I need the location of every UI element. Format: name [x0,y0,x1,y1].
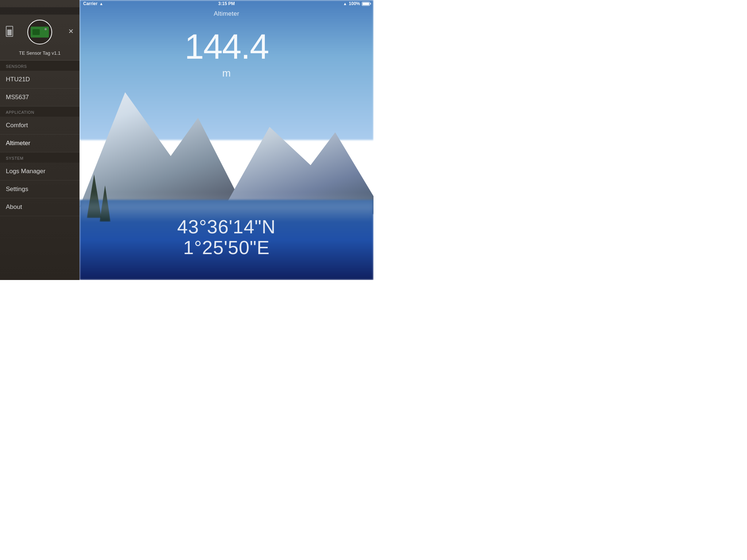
battery-fill [363,3,369,5]
sidebar-item-logs-manager[interactable]: Logs Manager [0,163,80,180]
section-system-header: SYSTEM [0,152,80,163]
main-content: Carrier ▲ 3:15 PM ▲ 100% Altimeter 144.4… [80,0,374,280]
sidebar-item-comfort[interactable]: Comfort [0,117,80,135]
status-bar-time: 3:15 PM [218,1,235,6]
status-bar-right: ▲ 100% [343,1,370,6]
battery-icon-sidebar [6,26,13,37]
close-button[interactable]: ✕ [68,27,74,35]
altitude-unit: m [80,67,374,79]
sidebar-item-settings[interactable]: Settings [0,180,80,198]
device-pcb [31,27,49,38]
altitude-value: 144.4 [80,29,374,64]
status-bar: Carrier ▲ 3:15 PM ▲ 100% [80,0,374,7]
page-title: Altimeter [80,10,374,18]
status-bar-left: Carrier ▲ [83,1,103,6]
latitude-display: 43°36'14"N [80,217,374,237]
coordinates: 43°36'14"N 1°25'50"E [80,217,374,258]
carrier-label: Carrier [83,1,97,6]
sidebar-item-ms5637[interactable]: MS5637 [0,89,80,106]
section-sensors-header: SENSORS [0,61,80,71]
app-container: ✕ TE Sensor Tag v1.1 SENSORS HTU21D MS56… [0,0,374,280]
device-name: TE Sensor Tag v1.1 [0,48,80,61]
sidebar-item-altimeter[interactable]: Altimeter [0,135,80,152]
battery-status-bar [362,2,370,6]
device-icon [27,20,52,44]
battery-percent-label: 100% [349,1,360,6]
sidebar-header: ✕ [0,15,80,48]
section-application-header: APPLICATION [0,106,80,117]
longitude-display: 1°25'50"E [80,237,374,258]
wifi-icon: ▲ [99,1,103,6]
sidebar: ✕ TE Sensor Tag v1.1 SENSORS HTU21D MS56… [0,0,80,280]
battery-body [362,2,370,6]
nav-arrow-icon: ▲ [343,1,347,6]
sidebar-item-htu21d[interactable]: HTU21D [0,71,80,89]
sidebar-item-about[interactable]: About [0,198,80,216]
